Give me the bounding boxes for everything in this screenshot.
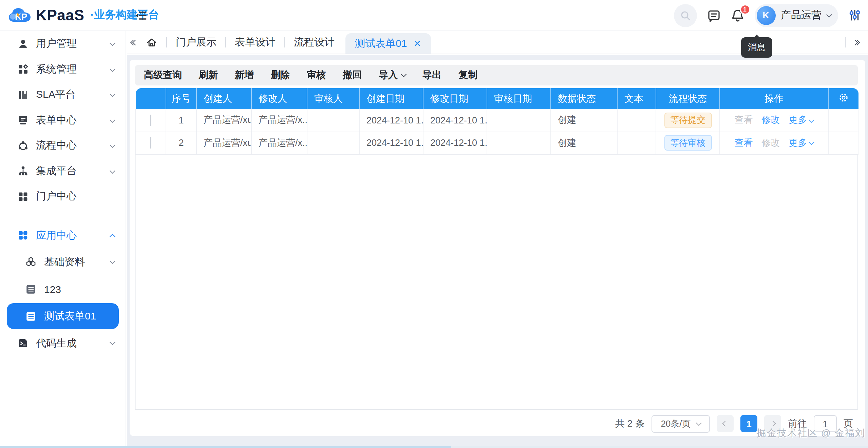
delete-button[interactable]: 删除: [271, 69, 290, 81]
list-icon: [25, 283, 37, 295]
logo-text: KPaaS: [36, 6, 84, 24]
sidebar-collapse-icon[interactable]: [135, 9, 147, 22]
message-icon[interactable]: [707, 8, 720, 22]
chevron-down-icon: [696, 420, 701, 425]
edit-link[interactable]: 修改: [762, 114, 780, 126]
status-badge: 等待审核: [664, 135, 712, 150]
chevron-down-icon: [110, 91, 115, 97]
apps-icon: [17, 230, 29, 241]
tab-portal-display[interactable]: 门户展示: [176, 36, 216, 49]
chevron-up-icon: [110, 234, 115, 239]
col-actions: 操作: [720, 88, 828, 109]
prev-page-button[interactable]: [717, 415, 734, 432]
tab-process-design[interactable]: 流程设计: [294, 36, 335, 49]
row-checkbox[interactable]: [150, 137, 151, 149]
logo-subtitle: ·业务构建平台: [90, 8, 159, 22]
table-header-row: 序号 创建人 修改人 审核人 创建日期 修改日期 审核日期 数据状态 文本 流程…: [135, 88, 858, 109]
sidebar-item-process-center[interactable]: 流程中心: [0, 133, 126, 158]
col-flow-status: 流程状态: [656, 88, 720, 109]
tabs-scroll-right-icon[interactable]: [855, 41, 858, 44]
search-icon[interactable]: [674, 4, 697, 27]
col-creator: 创建人: [196, 88, 251, 109]
sidebar-item-user-management[interactable]: 用户管理: [0, 31, 126, 57]
chevron-down-icon: [110, 339, 115, 345]
tab-bar-right: [845, 37, 868, 47]
close-icon[interactable]: [413, 39, 421, 47]
current-page-button[interactable]: 1: [740, 415, 757, 432]
import-button[interactable]: 导入: [379, 69, 405, 81]
sidebar-item-portal-center[interactable]: 门户中心: [0, 184, 126, 209]
row-checkbox[interactable]: [150, 115, 151, 126]
withdraw-button[interactable]: 撤回: [343, 69, 362, 81]
main-content: 高级查询 刷新 新增 删除 审核 撤回 导入 导出 复制: [127, 55, 868, 448]
col-audit-date: 审核日期: [487, 88, 551, 109]
form-icon: [17, 115, 29, 126]
message-tooltip: 消息: [741, 37, 772, 58]
user-menu[interactable]: K 产品运营: [754, 4, 838, 27]
edit-link[interactable]: 修改: [762, 137, 780, 149]
notification-bell-icon[interactable]: 1: [731, 8, 744, 22]
scrollbar-thumb[interactable]: [0, 446, 451, 448]
tab-divider: [166, 37, 167, 47]
header-select-all: [135, 88, 166, 109]
list-icon: [25, 310, 37, 322]
sidebar-item-test-form-01[interactable]: 测试表单01: [7, 303, 119, 329]
user-icon: [17, 38, 29, 50]
add-button[interactable]: 新增: [235, 69, 254, 81]
sla-icon: [17, 89, 29, 101]
col-index: 序号: [166, 88, 196, 109]
chevron-down-icon: [110, 117, 115, 122]
sidebar-item-code-generation[interactable]: 代码生成: [0, 330, 126, 357]
page-size-select[interactable]: 20条/页: [652, 415, 710, 432]
horizontal-scrollbar[interactable]: [0, 446, 868, 448]
sidebar-item-app-center[interactable]: 应用中心: [0, 223, 126, 248]
process-icon: [17, 140, 29, 152]
refresh-button[interactable]: 刷新: [199, 69, 218, 81]
col-settings: [828, 88, 858, 109]
sidebar-nav: 用户管理 系统管理 SLA平台 表单中心: [0, 31, 126, 448]
data-table: 序号 创建人 修改人 审核人 创建日期 修改日期 审核日期 数据状态 文本 流程…: [135, 88, 858, 409]
sidebar-item-basic-data[interactable]: 基础资料: [0, 248, 126, 275]
table-row: 2 产品运营/xu... 产品运营/x... 2024-12-10 1... 2…: [135, 132, 858, 154]
chevron-down-icon: [110, 142, 115, 148]
col-data-status: 数据状态: [551, 88, 617, 109]
data-panel: 高级查询 刷新 新增 删除 审核 撤回 导入 导出 复制: [130, 60, 865, 436]
tabs-scroll-left-icon[interactable]: [134, 41, 137, 44]
pagination: 共 2 条 20条/页 1 前往 页: [130, 415, 853, 432]
export-button[interactable]: 导出: [422, 69, 441, 81]
col-create-date: 创建日期: [359, 88, 423, 109]
col-modifier: 修改人: [251, 88, 307, 109]
table-empty-area: [135, 154, 858, 409]
code-icon: [17, 337, 29, 349]
sidebar-item-system-management[interactable]: 系统管理: [0, 57, 126, 82]
more-link[interactable]: 更多: [789, 137, 814, 149]
chevron-down-icon: [826, 12, 832, 17]
col-auditor: 审核人: [307, 88, 359, 109]
copy-button[interactable]: 复制: [458, 69, 477, 81]
advanced-query-button[interactable]: 高级查询: [144, 69, 182, 81]
sidebar-item-form-center[interactable]: 表单中心: [0, 108, 126, 133]
sidebar-item-integration-platform[interactable]: 集成平台: [0, 158, 126, 184]
portal-icon: [17, 191, 29, 202]
audit-button[interactable]: 审核: [307, 69, 326, 81]
settings-sliders-icon[interactable]: [848, 9, 861, 22]
svg-text:KP: KP: [15, 11, 27, 21]
more-link[interactable]: 更多: [789, 114, 814, 126]
chevron-down-icon: [110, 168, 115, 173]
kpaas-cloud-logo-icon: KP: [8, 6, 31, 24]
view-link[interactable]: 查看: [735, 114, 753, 126]
tab-test-form-01-active[interactable]: 测试表单01: [345, 33, 431, 54]
integration-icon: [17, 165, 29, 177]
total-count: 共 2 条: [615, 417, 645, 430]
col-modify-date: 修改日期: [423, 88, 487, 109]
view-link[interactable]: 查看: [735, 137, 753, 149]
sidebar-item-123[interactable]: 123: [0, 275, 126, 303]
tab-divider: [225, 37, 226, 47]
gear-icon[interactable]: [838, 92, 849, 103]
sidebar-item-sla-platform[interactable]: SLA平台: [0, 82, 126, 108]
basic-data-icon: [25, 256, 37, 268]
status-badge: 等待提交: [664, 113, 712, 128]
home-icon[interactable]: [146, 37, 157, 48]
tab-form-design[interactable]: 表单设计: [235, 36, 276, 49]
chevron-down-icon: [401, 72, 407, 77]
